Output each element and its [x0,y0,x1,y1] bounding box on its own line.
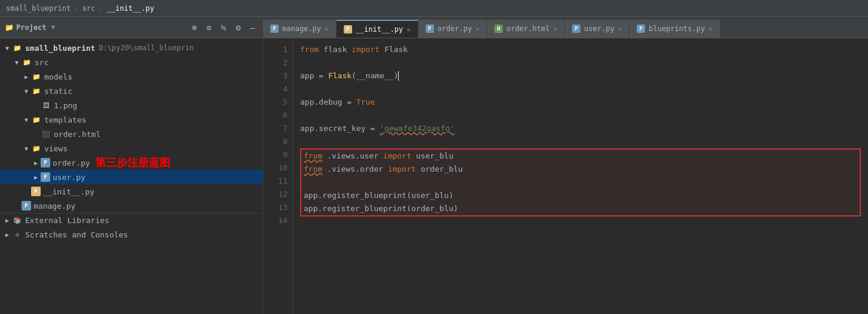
code-line-2 [300,56,861,69]
code-content[interactable]: from flask import Flask app = Flask (__n… [293,38,868,314]
tree-item-src[interactable]: ▼ 📁 src [0,55,262,69]
file-icon-userpy: P [41,172,50,182]
tree-label-managepy: manage.py [33,202,75,211]
tab-label-orderpy: order.py [438,25,472,33]
toolbar-locate-icon[interactable]: ⊕ [190,22,199,33]
toolbar-expand-icon[interactable]: ≒ [219,22,228,33]
file-icon-managepy: P [22,201,31,211]
sep1: › [74,4,78,13]
tree-item-userpy[interactable]: ▶ P user.py [0,170,262,184]
tree-arrow-userpy: ▶ [31,174,41,181]
tab-close-blueprintspy[interactable]: ✕ [708,25,713,33]
tree-item-templates[interactable]: ▼ 📁 templates [0,112,262,127]
tree-label-scratches: Scratches and Consoles [25,230,128,239]
tree-arrow-orderpy: ▶ [31,160,41,166]
kw-import-10: import [388,163,416,176]
file-icon-orderhtml: ⬛ [41,129,51,139]
code-editor[interactable]: 1 2 3 4 5 6 7 8 9 10 11 12 13 14 from fl… [263,38,868,314]
tab-icon-userpy: P [572,25,580,33]
folder-icon-templates: 📁 [31,115,42,124]
tab-userpy[interactable]: P user.py ✕ [565,20,629,38]
tree-label-views: views [44,144,68,153]
tab-close-orderhtml[interactable]: ✕ [553,25,557,33]
tab-label-userpy: user.py [584,25,615,33]
src-crumb: src [82,4,96,13]
tab-close-userpy[interactable]: ✕ [618,25,622,33]
folder-icon-views: 📁 [31,144,42,153]
main-layout: 📁 Project ▼ ⊕ ≡ ≒ ⚙ — ▼ 📁 small_blueprin… [0,17,868,314]
tab-label-initpy: __init__.py [356,25,403,33]
tree-label-initpy: __init__.py [43,187,94,196]
project-name: small_blueprint [6,4,71,13]
tree-label-1png: 1.png [54,101,77,110]
tree-arrow-views: ▼ [22,145,31,152]
tab-icon-orderhtml: H [494,25,503,33]
editor-area: P manage.py ✕ P __init__.py ✕ P order.py… [263,17,868,314]
code-line-13: app.register_blueprint(order_blu) [304,202,857,215]
file-tree: ▼ 📁 small_blueprint D:\py20\small_bluepr… [0,38,262,314]
tree-label-src: src [35,58,48,67]
file-icon-external: 📚 [12,216,23,225]
tab-managepy[interactable]: P manage.py ✕ [263,20,337,38]
tab-close-initpy[interactable]: ✕ [407,26,411,33]
fn-flask: Flask [328,69,352,83]
code-line-11 [304,176,857,189]
tab-close-managepy[interactable]: ✕ [325,25,329,33]
tree-arrow-scratches: ▶ [2,231,12,238]
file-icon-orderpy: P [41,158,50,167]
kw-import-9: import [383,150,411,163]
sidebar: 📁 Project ▼ ⊕ ≡ ≒ ⚙ — ▼ 📁 small_blueprin… [0,17,263,314]
str-secret: 'gewafe342gasfg' [380,122,454,135]
sidebar-title: 📁 Project ▼ [5,23,185,32]
tree-item-small-blueprint[interactable]: ▼ 📁 small_blueprint D:\py20\small_bluepr… [0,41,262,55]
tree-label-external: External Libraries [25,216,109,225]
code-line-7: app.secret_key = 'gewafe342gasfg' [300,122,861,135]
kw-from-9: from [304,150,322,163]
tree-arrow-src: ▼ [12,59,22,66]
tree-annotation-small-blueprint: D:\py20\small_blueprin [99,44,194,52]
toolbar-minimize-icon[interactable]: — [248,22,258,33]
toolbar-settings-icon[interactable]: ⚙ [233,22,243,33]
code-line-1: from flask import Flask [300,43,861,56]
tree-item-external[interactable]: ▶ 📚 External Libraries [0,213,262,227]
current-file: __init__.py [107,4,154,13]
code-line-9: from .views.user import user_blu [304,150,857,163]
tab-orderhtml[interactable]: H order.html ✕ [487,20,565,38]
tree-arrow-models: ▶ [22,74,31,80]
tree-arrow-external: ▶ [2,217,12,224]
tree-item-1png[interactable]: 🖼 1.png [0,98,262,112]
tree-item-managepy[interactable]: P manage.py [0,199,262,213]
tree-item-orderhtml[interactable]: ⬛ order.html [0,127,262,141]
tab-blueprintspy[interactable]: P blueprints.py ✕ [629,20,720,38]
tab-icon-initpy: P [344,25,352,33]
tab-icon-managepy: P [270,25,279,33]
code-line-12: app.register_blueprint(user_blu) [304,189,857,202]
tree-label-userpy: user.py [53,173,85,182]
code-line-10: from .views.order import order_blu [304,163,857,176]
tab-initpy[interactable]: P __init__.py ✕ [337,20,418,38]
tree-item-static[interactable]: ▼ 📁 static [0,84,262,98]
tree-arrow-static: ▼ [22,88,31,94]
tree-item-models[interactable]: ▶ 📁 models [0,69,262,84]
folder-icon: 📁 [5,23,14,32]
kw-true: True [356,96,375,109]
highlight-region: from .views.user import user_blu from .v… [300,148,861,217]
toolbar-collapse-icon[interactable]: ≡ [204,22,213,33]
folder-icon-src: 📁 [22,57,32,67]
tree-item-scratches[interactable]: ▶ ⚙ Scratches and Consoles [0,227,262,242]
sep2: › [99,4,103,13]
file-icon-initpy: P [31,187,41,196]
tab-icon-blueprintspy: P [637,25,645,33]
tree-label-orderpy: order.py [53,158,90,167]
tree-item-initpy[interactable]: P __init__.py [0,184,262,199]
tab-orderpy[interactable]: P order.py ✕ [418,20,487,38]
folder-icon-small-blueprint: 📁 [12,43,23,53]
tree-label-static: static [44,87,72,96]
sidebar-toolbar: 📁 Project ▼ ⊕ ≡ ≒ ⚙ — [0,17,262,38]
tree-item-views[interactable]: ▼ 📁 views [0,141,262,156]
dropdown-arrow[interactable]: ▼ [51,23,56,31]
tab-bar: P manage.py ✕ P __init__.py ✕ P order.py… [263,17,868,38]
tree-item-orderpy[interactable]: ▶ P order.py 第三步注册蓝图 [0,156,262,170]
code-line-4 [300,83,861,96]
tab-close-orderpy[interactable]: ✕ [476,25,480,33]
